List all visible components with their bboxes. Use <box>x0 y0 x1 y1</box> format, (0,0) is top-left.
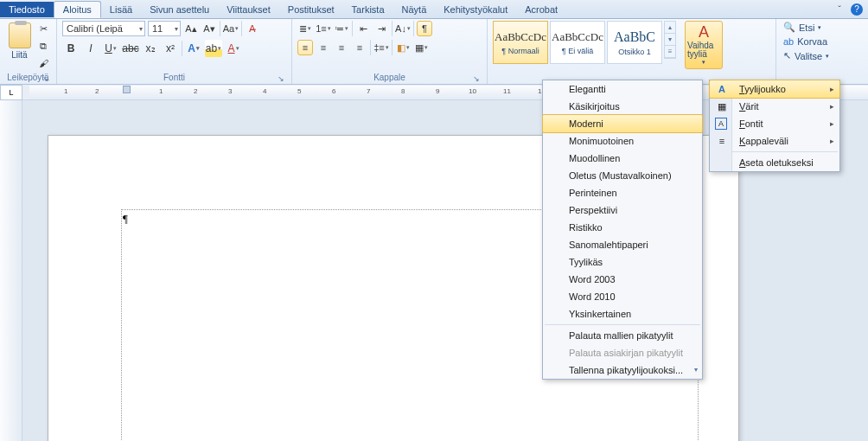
cut-button[interactable]: ✂ <box>35 21 51 36</box>
align-left-button[interactable]: ≡ <box>297 40 313 55</box>
styleset-item[interactable]: Word 2003 <box>543 271 702 288</box>
underline-button[interactable]: U <box>102 40 119 57</box>
italic-button[interactable]: I <box>82 40 99 57</box>
superscript-button[interactable]: x² <box>162 40 179 57</box>
tab-acrobat[interactable]: Acrobat <box>516 2 566 17</box>
paragraph-group-label: Kappale↘ <box>297 72 482 84</box>
colors-icon: ▦ <box>715 99 729 113</box>
style-normal[interactable]: AaBbCcDc ¶ Normaali <box>493 21 548 64</box>
paraspacing-icon: ≡ <box>715 134 729 148</box>
show-marks-button[interactable]: ¶ <box>417 21 432 36</box>
vertical-ruler <box>0 100 22 441</box>
styleset-item[interactable]: Yksinkertainen <box>543 305 702 323</box>
find-icon: 🔍 <box>783 22 795 33</box>
change-styles-button[interactable]: A Vaihda tyyliä ▾ <box>685 21 723 69</box>
clipboard-group-label: Leikepöytä↘ <box>5 72 51 84</box>
font-color-button[interactable]: A <box>225 40 242 57</box>
find-button[interactable]: 🔍Etsi ▾ <box>782 21 831 34</box>
tab-review[interactable]: Tarkista <box>343 2 393 17</box>
justify-button[interactable]: ≡ <box>352 40 367 55</box>
grow-font-button[interactable]: A▴ <box>183 21 199 36</box>
styleset-item[interactable]: Perinteinen <box>543 184 702 201</box>
multilevel-button[interactable]: ≔ <box>334 21 349 36</box>
highlight-button[interactable]: ab <box>205 40 222 57</box>
styleset-item[interactable]: Tyylikäs <box>543 253 702 271</box>
paste-button[interactable]: Liitä <box>5 21 34 61</box>
replace-button[interactable]: abKorvaa <box>782 35 831 48</box>
styleset-icon: A <box>715 82 729 96</box>
ribbon-tabs: Tiedosto Aloitus Lisää Sivun asettelu Vi… <box>0 0 868 19</box>
styleset-item[interactable]: Käsikirjoitus <box>543 98 702 115</box>
align-center-button[interactable]: ≡ <box>316 40 331 55</box>
menu-paraspacing[interactable]: ≡ Kappaleväli <box>710 132 839 150</box>
styleset-item[interactable]: Sanomalehtipaperi <box>543 236 702 253</box>
style-name: ¶ Ei väliä <box>562 47 593 55</box>
bold-button[interactable]: B <box>62 40 80 57</box>
align-right-button[interactable]: ≡ <box>334 40 349 55</box>
numbering-button[interactable]: 1≡ <box>316 21 331 36</box>
shading-button[interactable]: ◧ <box>395 40 411 55</box>
tab-mailings[interactable]: Postitukset <box>279 2 343 17</box>
style-preview: AaBbCcDc <box>495 30 546 44</box>
style-nospacing[interactable]: AaBbCcDc ¶ Ei väliä <box>550 21 605 64</box>
change-style-submenu: A Tyylijoukko ▦ Värit A Fontit ≡ Kappale… <box>709 80 840 172</box>
indent-marker[interactable] <box>123 86 131 93</box>
increase-indent-button[interactable]: ⇥ <box>373 21 389 36</box>
tab-home[interactable]: Aloitus <box>54 1 101 18</box>
styleset-item[interactable]: Word 2010 <box>543 288 702 305</box>
text-effects-button[interactable]: A <box>185 40 202 57</box>
copy-button[interactable]: ⧉ <box>35 38 51 54</box>
select-icon: ↖ <box>783 50 791 61</box>
ribbon: Liitä ✂ ⧉ 🖌 Leikepöytä↘ Calibri (Leipä 1… <box>0 19 868 85</box>
select-button[interactable]: ↖Valitse ▾ <box>782 49 831 62</box>
format-painter-button[interactable]: 🖌 <box>35 55 51 71</box>
strikethrough-button[interactable]: abc <box>122 40 139 57</box>
font-size-combo[interactable]: 11 <box>148 21 181 36</box>
styleset-item[interactable]: Ristikko <box>543 219 702 236</box>
paragraph-dialog-launcher[interactable]: ↘ <box>473 74 480 83</box>
style-preview: AaBbCcDc <box>552 30 603 44</box>
save-styleset[interactable]: Tallenna pikatyylijoukoksi... <box>543 361 702 379</box>
menu-set-default[interactable]: Aseta oletukseksi <box>710 154 839 171</box>
bullets-button[interactable]: ≣ <box>297 21 313 36</box>
font-name-combo[interactable]: Calibri (Leipä <box>62 21 145 36</box>
tab-developer[interactable]: Kehitystyökalut <box>435 2 516 17</box>
fonts-icon: A <box>715 118 727 130</box>
tab-layout[interactable]: Sivun asettelu <box>141 2 218 17</box>
style-name: Otsikko 1 <box>618 48 651 56</box>
styleset-item[interactable]: Monimuotoinen <box>543 132 702 150</box>
tab-insert[interactable]: Lisää <box>101 2 141 17</box>
help-icon[interactable]: ? <box>851 3 863 16</box>
font-dialog-launcher[interactable]: ↘ <box>278 74 284 83</box>
tab-view[interactable]: Näytä <box>393 2 436 17</box>
clear-formatting-button[interactable]: A̶ <box>245 21 260 36</box>
tab-selector[interactable]: L <box>0 85 22 100</box>
tab-file[interactable]: Tiedosto <box>0 2 54 17</box>
minimize-ribbon-icon[interactable]: ˇ <box>833 3 846 16</box>
borders-button[interactable]: ▦ <box>413 40 429 55</box>
style-heading1[interactable]: AaBbC Otsikko 1 <box>607 21 662 64</box>
styleset-item[interactable]: Elegantti <box>543 80 702 98</box>
menu-fonts[interactable]: A Fontit <box>710 115 839 132</box>
change-styles-icon: A <box>699 23 709 42</box>
menu-colors[interactable]: ▦ Värit <box>710 98 839 115</box>
line-spacing-button[interactable]: ‡≡ <box>373 40 389 55</box>
style-gallery-scroll[interactable]: ▴▾≡ <box>664 21 676 59</box>
styleset-item[interactable]: Muodollinen <box>543 150 702 167</box>
decrease-indent-button[interactable]: ⇤ <box>355 21 371 36</box>
clipboard-dialog-launcher[interactable]: ↘ <box>42 74 49 83</box>
paste-label: Liitä <box>11 50 27 60</box>
change-case-button[interactable]: Aa <box>223 21 239 36</box>
styleset-item[interactable]: Oletus (Mustavalkoinen) <box>543 167 702 184</box>
shrink-font-button[interactable]: A▾ <box>201 21 217 36</box>
font-group-label: Fontti↘ <box>62 72 286 84</box>
menu-styleset[interactable]: A Tyylijoukko <box>709 80 840 99</box>
reset-template-styles[interactable]: Palauta mallien pikatyylit <box>543 327 702 344</box>
tab-references[interactable]: Viittaukset <box>218 2 279 17</box>
sort-button[interactable]: A↓ <box>395 21 411 36</box>
subscript-button[interactable]: x₂ <box>142 40 159 57</box>
replace-icon: ab <box>783 36 794 47</box>
styleset-item[interactable]: Perspektiivi <box>543 201 702 219</box>
styleset-item[interactable]: Moderni <box>542 114 703 133</box>
reset-doc-styles: Palauta asiakirjan pikatyylit <box>543 344 702 361</box>
